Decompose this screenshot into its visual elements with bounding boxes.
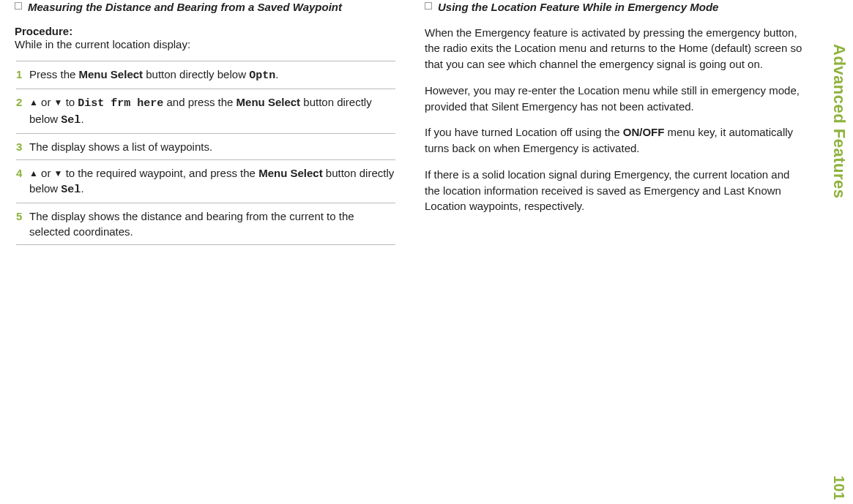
text-run: However, you may re-enter the Location m…: [425, 84, 800, 113]
text-run: to: [62, 96, 78, 108]
text-run: .: [81, 182, 83, 195]
bold-term: Menu Select: [258, 167, 323, 179]
page: Measuring the Distance and Bearing from …: [0, 0, 853, 504]
paragraph: If there is a solid location signal duri…: [425, 167, 805, 214]
text-run: to the required waypoint, and press the: [62, 167, 258, 179]
text-run: or: [38, 167, 54, 179]
paragraph: When the Emergency feature is activated …: [425, 25, 805, 72]
step-number: 3: [16, 139, 29, 154]
text-run: or: [38, 96, 54, 108]
section-box-icon: [15, 2, 22, 10]
text-run: .: [275, 68, 278, 80]
procedure-label: Procedure:: [15, 25, 395, 37]
step-number: 1: [16, 67, 29, 83]
text-run: .: [81, 113, 83, 125]
right-heading: Using the Location Feature While in Emer…: [425, 0, 805, 15]
text-run: Press the: [29, 68, 79, 80]
procedure-step: 4▲ or ▼ to the required waypoint, and pr…: [16, 165, 395, 203]
text-run: If there is a solid location signal duri…: [425, 168, 789, 213]
step-number: 5: [16, 208, 29, 239]
mono-term: Optn: [249, 69, 275, 82]
left-column: Measuring the Distance and Bearing from …: [15, 0, 410, 504]
text-run: and press the: [163, 96, 236, 108]
procedure-step: 1Press the Menu Select button directly b…: [16, 61, 395, 89]
text-run: If you have turned Location off using th…: [425, 126, 623, 138]
step-body: The display shows the distance and beari…: [29, 208, 395, 239]
text-run: The display shows the distance and beari…: [29, 210, 354, 238]
left-heading: Measuring the Distance and Bearing from …: [15, 0, 395, 15]
down-arrow-icon: ▼: [54, 97, 63, 109]
up-arrow-icon: ▲: [29, 168, 38, 180]
step-body: ▲ or ▼ to the required waypoint, and pre…: [29, 165, 395, 198]
down-arrow-icon: ▼: [54, 168, 63, 180]
paragraph: If you have turned Location off using th…: [425, 124, 805, 157]
bold-term: Menu Select: [79, 68, 144, 80]
steps-container: 1Press the Menu Select button directly b…: [15, 61, 395, 245]
side-label: Advanced Features: [830, 44, 849, 198]
procedure-intro: While in the current location display:: [15, 37, 395, 52]
bold-term: Menu Select: [236, 96, 301, 108]
step-body: ▲ or ▼ to Dist frm here and press the Me…: [29, 94, 395, 128]
up-arrow-icon: ▲: [29, 97, 38, 109]
bold-term: ON/OFF: [623, 126, 665, 138]
right-column: Using the Location Feature While in Emer…: [425, 0, 820, 504]
procedure-step: 5The display shows the distance and bear…: [16, 208, 395, 245]
section-box-icon: [425, 2, 432, 10]
right-paras: When the Emergency feature is activated …: [425, 25, 805, 215]
paragraph: However, you may re-enter the Location m…: [425, 83, 805, 115]
step-number: 2: [16, 94, 29, 128]
mono-term: Sel: [61, 184, 81, 196]
left-heading-text: Measuring the Distance and Bearing from …: [28, 0, 342, 15]
step-body: The display shows a list of waypoints.: [29, 139, 395, 154]
text-run: button directly below: [143, 68, 249, 80]
page-number: 101: [830, 475, 847, 500]
mono-term: Dist frm here: [78, 97, 163, 110]
procedure-step: 2▲ or ▼ to Dist frm here and press the M…: [16, 94, 395, 134]
procedure-step: 3The display shows a list of waypoints.: [16, 139, 395, 160]
text-run: When the Emergency feature is activated …: [425, 26, 802, 71]
step-body: Press the Menu Select button directly be…: [29, 67, 395, 83]
step-number: 4: [16, 165, 29, 198]
right-heading-text: Using the Location Feature While in Emer…: [438, 0, 718, 15]
mono-term: Sel: [61, 114, 81, 127]
text-run: The display shows a list of waypoints.: [29, 140, 212, 153]
